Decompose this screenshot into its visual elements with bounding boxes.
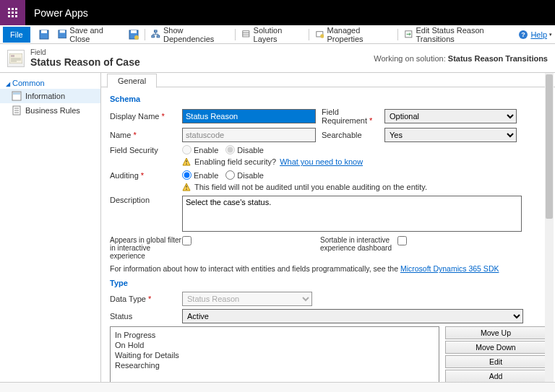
sidebar-item-label: Business Rules — [25, 106, 80, 115]
help-icon: ? — [518, 30, 528, 40]
svg-rect-12 — [59, 30, 64, 33]
status-options-list[interactable]: In Progress On Hold Waiting for Details … — [110, 326, 439, 384]
sidebar-item-business-rules[interactable]: Business Rules — [0, 103, 100, 118]
move-down-button[interactable]: Move Down — [445, 341, 546, 354]
rules-icon — [12, 105, 22, 116]
searchable-label: Searchable — [316, 131, 384, 139]
list-item[interactable]: Researching — [115, 360, 434, 370]
svg-rect-19 — [243, 31, 249, 37]
svg-rect-0 — [8, 8, 10, 10]
sidebar-item-information[interactable]: Information — [0, 89, 100, 103]
managed-properties-label: Managed Properties — [327, 26, 391, 43]
status-bar — [0, 382, 555, 392]
svg-rect-18 — [157, 35, 160, 38]
name-field — [182, 128, 316, 142]
svg-rect-1 — [12, 8, 14, 10]
svg-rect-3 — [8, 12, 10, 14]
svg-rect-4 — [12, 12, 14, 14]
managed-props-icon — [315, 30, 324, 40]
svg-rect-7 — [12, 15, 14, 17]
display-name-label: Display Name * — [110, 112, 182, 121]
transitions-icon — [404, 30, 413, 40]
svg-rect-14 — [131, 30, 137, 33]
field-security-disable: Disable — [225, 145, 264, 154]
warning-icon — [182, 157, 191, 166]
svg-rect-6 — [8, 15, 10, 17]
sdk-link[interactable]: Microsoft Dynamics 365 SDK — [400, 264, 499, 273]
save-and-close-label: Save and Close — [69, 26, 120, 43]
svg-rect-8 — [15, 15, 17, 17]
svg-point-23 — [320, 34, 324, 38]
description-field[interactable]: Select the case's status. — [182, 196, 522, 232]
working-on-solution: Working on solution: Status Reason Trans… — [374, 54, 548, 63]
save-and-close-button[interactable]: Save and Close — [53, 26, 125, 43]
save-button[interactable] — [35, 26, 53, 43]
brand-label: Power Apps — [25, 7, 88, 19]
save-close-icon — [58, 30, 67, 40]
datatype-label: Data Type * — [110, 295, 182, 303]
field-requirement-select[interactable]: Optional — [384, 109, 517, 123]
edit-status-transitions-button[interactable]: Edit Status Reason Transitions — [400, 26, 519, 43]
svg-rect-33 — [13, 92, 20, 95]
svg-rect-17 — [152, 35, 155, 38]
searchable-select[interactable]: Yes — [384, 128, 517, 142]
add-button[interactable]: Add — [445, 370, 546, 383]
description-label: Description — [110, 196, 182, 204]
svg-rect-28 — [11, 55, 14, 57]
edit-status-transitions-label: Edit Status Reason Transitions — [416, 26, 514, 43]
entity-kind: Field — [30, 48, 140, 56]
vertical-scrollbar[interactable]: ▲ ▼ — [545, 73, 554, 388]
save-icon — [39, 30, 49, 40]
list-item[interactable]: On Hold — [115, 340, 434, 350]
warning-icon — [182, 183, 191, 191]
appears-filter-checkbox[interactable] — [182, 236, 192, 245]
sortable-dashboard-checkbox[interactable] — [397, 236, 407, 245]
svg-point-15 — [134, 35, 139, 40]
svg-rect-2 — [15, 8, 17, 10]
edit-button[interactable]: Edit — [445, 355, 546, 368]
display-name-field[interactable] — [182, 109, 316, 123]
datatype-select: Status Reason — [182, 292, 312, 306]
name-label: Name * — [110, 131, 182, 139]
status-label: Status — [110, 312, 182, 321]
solution-layers-button[interactable]: Solution Layers — [237, 26, 307, 43]
appears-filter-label: Appears in global filter in interactive … — [110, 236, 182, 260]
auditing-disable[interactable]: Disable — [225, 170, 264, 180]
form-icon — [12, 91, 22, 101]
field-security-learn-more-link[interactable]: What you need to know — [280, 157, 363, 166]
scrollbar-thumb[interactable] — [546, 74, 553, 219]
entity-icon — [7, 50, 25, 67]
save-as-button[interactable] — [124, 26, 143, 43]
auditing-warning-text: This field will not be audited until you… — [194, 183, 427, 191]
svg-rect-16 — [155, 30, 158, 32]
sidebar-item-label: Information — [25, 92, 65, 100]
auditing-enable[interactable]: Enable — [182, 170, 218, 180]
sdk-info: For information about how to interact wi… — [110, 264, 546, 273]
solution-layers-label: Solution Layers — [254, 26, 303, 43]
managed-properties-button[interactable]: Managed Properties — [311, 26, 396, 43]
help-label: Help — [530, 30, 547, 39]
app-launcher-icon[interactable] — [0, 0, 25, 25]
status-select[interactable]: Active — [182, 309, 523, 323]
tab-general[interactable]: General — [107, 74, 157, 88]
auditing-label: Auditing * — [110, 171, 182, 180]
save-as-icon — [129, 30, 139, 40]
field-security-warning-text: Enabling field security? — [194, 157, 276, 166]
list-item[interactable]: In Progress — [115, 330, 434, 340]
sortable-dashboard-label: Sortable in interactive experience dashb… — [314, 236, 397, 252]
sidebar-group-common[interactable]: Common — [0, 77, 100, 89]
svg-rect-10 — [41, 30, 47, 33]
svg-point-41 — [186, 188, 187, 190]
show-dependencies-label: Show Dependencies — [163, 26, 229, 43]
list-item[interactable]: Waiting for Details — [115, 350, 434, 360]
help-dropdown-icon: ▾ — [549, 32, 552, 38]
file-tab[interactable]: File — [3, 27, 30, 43]
show-dependencies-button[interactable]: Show Dependencies — [147, 26, 233, 43]
field-security-enable: Enable — [182, 145, 218, 154]
layers-icon — [241, 30, 251, 40]
field-requirement-label: Field Requirement * — [316, 108, 384, 125]
svg-point-39 — [186, 163, 187, 165]
move-up-button[interactable]: Move Up — [445, 326, 546, 339]
help-button[interactable]: ? Help ▾ — [518, 30, 552, 40]
svg-text:?: ? — [522, 31, 526, 38]
